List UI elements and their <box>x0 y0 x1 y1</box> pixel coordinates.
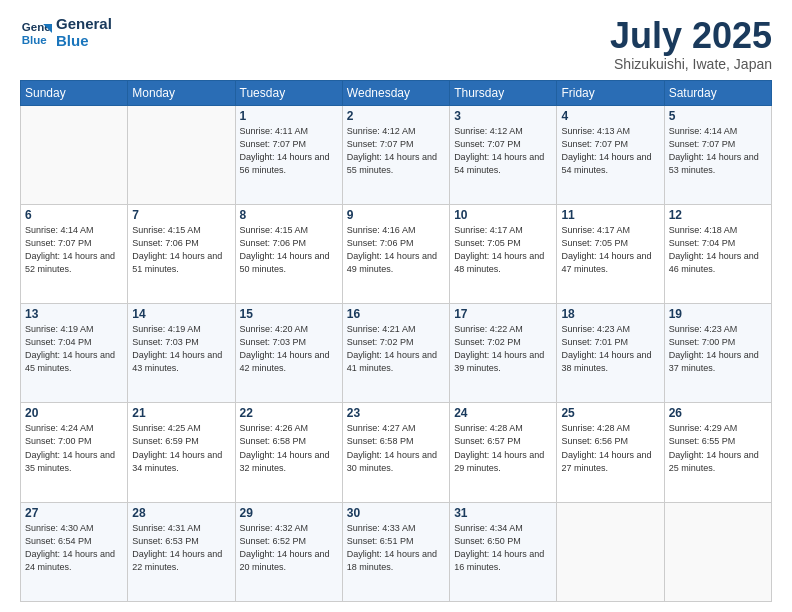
day-info: Sunrise: 4:19 AMSunset: 7:04 PMDaylight:… <box>25 323 123 375</box>
calendar-cell: 18Sunrise: 4:23 AMSunset: 7:01 PMDayligh… <box>557 304 664 403</box>
day-info: Sunrise: 4:17 AMSunset: 7:05 PMDaylight:… <box>454 224 552 276</box>
calendar-cell: 2Sunrise: 4:12 AMSunset: 7:07 PMDaylight… <box>342 105 449 204</box>
calendar-cell: 19Sunrise: 4:23 AMSunset: 7:00 PMDayligh… <box>664 304 771 403</box>
day-info: Sunrise: 4:12 AMSunset: 7:07 PMDaylight:… <box>454 125 552 177</box>
day-info: Sunrise: 4:19 AMSunset: 7:03 PMDaylight:… <box>132 323 230 375</box>
logo: General Blue General Blue <box>20 16 112 49</box>
day-info: Sunrise: 4:14 AMSunset: 7:07 PMDaylight:… <box>669 125 767 177</box>
calendar-cell: 20Sunrise: 4:24 AMSunset: 7:00 PMDayligh… <box>21 403 128 502</box>
day-number: 9 <box>347 208 445 222</box>
calendar-cell <box>128 105 235 204</box>
calendar-week-row: 6Sunrise: 4:14 AMSunset: 7:07 PMDaylight… <box>21 204 772 303</box>
day-number: 10 <box>454 208 552 222</box>
calendar-cell: 14Sunrise: 4:19 AMSunset: 7:03 PMDayligh… <box>128 304 235 403</box>
calendar-table: SundayMondayTuesdayWednesdayThursdayFrid… <box>20 80 772 602</box>
calendar-cell: 10Sunrise: 4:17 AMSunset: 7:05 PMDayligh… <box>450 204 557 303</box>
day-number: 4 <box>561 109 659 123</box>
day-number: 11 <box>561 208 659 222</box>
day-info: Sunrise: 4:20 AMSunset: 7:03 PMDaylight:… <box>240 323 338 375</box>
calendar-cell <box>557 502 664 601</box>
calendar-cell: 27Sunrise: 4:30 AMSunset: 6:54 PMDayligh… <box>21 502 128 601</box>
calendar-week-row: 13Sunrise: 4:19 AMSunset: 7:04 PMDayligh… <box>21 304 772 403</box>
weekday-header: Saturday <box>664 80 771 105</box>
calendar-cell: 23Sunrise: 4:27 AMSunset: 6:58 PMDayligh… <box>342 403 449 502</box>
weekday-header: Monday <box>128 80 235 105</box>
day-info: Sunrise: 4:30 AMSunset: 6:54 PMDaylight:… <box>25 522 123 574</box>
day-number: 27 <box>25 506 123 520</box>
calendar-cell: 16Sunrise: 4:21 AMSunset: 7:02 PMDayligh… <box>342 304 449 403</box>
calendar-cell: 22Sunrise: 4:26 AMSunset: 6:58 PMDayligh… <box>235 403 342 502</box>
logo-blue: Blue <box>56 33 112 50</box>
day-info: Sunrise: 4:31 AMSunset: 6:53 PMDaylight:… <box>132 522 230 574</box>
calendar-cell: 12Sunrise: 4:18 AMSunset: 7:04 PMDayligh… <box>664 204 771 303</box>
calendar-cell <box>21 105 128 204</box>
day-number: 31 <box>454 506 552 520</box>
day-number: 29 <box>240 506 338 520</box>
day-number: 28 <box>132 506 230 520</box>
day-number: 5 <box>669 109 767 123</box>
calendar-cell: 25Sunrise: 4:28 AMSunset: 6:56 PMDayligh… <box>557 403 664 502</box>
day-number: 19 <box>669 307 767 321</box>
day-info: Sunrise: 4:28 AMSunset: 6:57 PMDaylight:… <box>454 422 552 474</box>
day-number: 3 <box>454 109 552 123</box>
calendar-cell: 9Sunrise: 4:16 AMSunset: 7:06 PMDaylight… <box>342 204 449 303</box>
day-info: Sunrise: 4:33 AMSunset: 6:51 PMDaylight:… <box>347 522 445 574</box>
logo-icon: General Blue <box>20 17 52 49</box>
day-number: 16 <box>347 307 445 321</box>
weekday-header: Sunday <box>21 80 128 105</box>
weekday-header: Wednesday <box>342 80 449 105</box>
day-info: Sunrise: 4:21 AMSunset: 7:02 PMDaylight:… <box>347 323 445 375</box>
calendar-cell: 21Sunrise: 4:25 AMSunset: 6:59 PMDayligh… <box>128 403 235 502</box>
calendar-cell: 13Sunrise: 4:19 AMSunset: 7:04 PMDayligh… <box>21 304 128 403</box>
day-info: Sunrise: 4:28 AMSunset: 6:56 PMDaylight:… <box>561 422 659 474</box>
svg-text:Blue: Blue <box>22 33 48 45</box>
day-info: Sunrise: 4:17 AMSunset: 7:05 PMDaylight:… <box>561 224 659 276</box>
calendar-cell: 30Sunrise: 4:33 AMSunset: 6:51 PMDayligh… <box>342 502 449 601</box>
weekday-header: Thursday <box>450 80 557 105</box>
day-number: 25 <box>561 406 659 420</box>
calendar-cell: 28Sunrise: 4:31 AMSunset: 6:53 PMDayligh… <box>128 502 235 601</box>
logo-general: General <box>56 16 112 33</box>
location: Shizukuishi, Iwate, Japan <box>610 56 772 72</box>
calendar-cell: 31Sunrise: 4:34 AMSunset: 6:50 PMDayligh… <box>450 502 557 601</box>
day-number: 23 <box>347 406 445 420</box>
calendar-cell: 4Sunrise: 4:13 AMSunset: 7:07 PMDaylight… <box>557 105 664 204</box>
day-number: 22 <box>240 406 338 420</box>
calendar-header-row: SundayMondayTuesdayWednesdayThursdayFrid… <box>21 80 772 105</box>
day-number: 7 <box>132 208 230 222</box>
calendar-cell <box>664 502 771 601</box>
title-block: July 2025 Shizukuishi, Iwate, Japan <box>610 16 772 72</box>
calendar-cell: 1Sunrise: 4:11 AMSunset: 7:07 PMDaylight… <box>235 105 342 204</box>
day-number: 2 <box>347 109 445 123</box>
weekday-header: Friday <box>557 80 664 105</box>
day-info: Sunrise: 4:34 AMSunset: 6:50 PMDaylight:… <box>454 522 552 574</box>
day-number: 12 <box>669 208 767 222</box>
day-info: Sunrise: 4:24 AMSunset: 7:00 PMDaylight:… <box>25 422 123 474</box>
day-info: Sunrise: 4:32 AMSunset: 6:52 PMDaylight:… <box>240 522 338 574</box>
calendar-week-row: 20Sunrise: 4:24 AMSunset: 7:00 PMDayligh… <box>21 403 772 502</box>
calendar-cell: 17Sunrise: 4:22 AMSunset: 7:02 PMDayligh… <box>450 304 557 403</box>
calendar-cell: 3Sunrise: 4:12 AMSunset: 7:07 PMDaylight… <box>450 105 557 204</box>
calendar-cell: 24Sunrise: 4:28 AMSunset: 6:57 PMDayligh… <box>450 403 557 502</box>
day-info: Sunrise: 4:15 AMSunset: 7:06 PMDaylight:… <box>240 224 338 276</box>
day-number: 15 <box>240 307 338 321</box>
day-number: 26 <box>669 406 767 420</box>
day-number: 21 <box>132 406 230 420</box>
calendar-cell: 29Sunrise: 4:32 AMSunset: 6:52 PMDayligh… <box>235 502 342 601</box>
day-number: 6 <box>25 208 123 222</box>
header: General Blue General Blue July 2025 Shiz… <box>20 16 772 72</box>
day-number: 8 <box>240 208 338 222</box>
day-number: 30 <box>347 506 445 520</box>
day-number: 24 <box>454 406 552 420</box>
day-info: Sunrise: 4:18 AMSunset: 7:04 PMDaylight:… <box>669 224 767 276</box>
day-number: 1 <box>240 109 338 123</box>
month-title: July 2025 <box>610 16 772 56</box>
calendar-cell: 8Sunrise: 4:15 AMSunset: 7:06 PMDaylight… <box>235 204 342 303</box>
day-number: 18 <box>561 307 659 321</box>
calendar-cell: 11Sunrise: 4:17 AMSunset: 7:05 PMDayligh… <box>557 204 664 303</box>
day-info: Sunrise: 4:12 AMSunset: 7:07 PMDaylight:… <box>347 125 445 177</box>
day-number: 17 <box>454 307 552 321</box>
page: General Blue General Blue July 2025 Shiz… <box>0 0 792 612</box>
calendar-week-row: 27Sunrise: 4:30 AMSunset: 6:54 PMDayligh… <box>21 502 772 601</box>
day-number: 20 <box>25 406 123 420</box>
